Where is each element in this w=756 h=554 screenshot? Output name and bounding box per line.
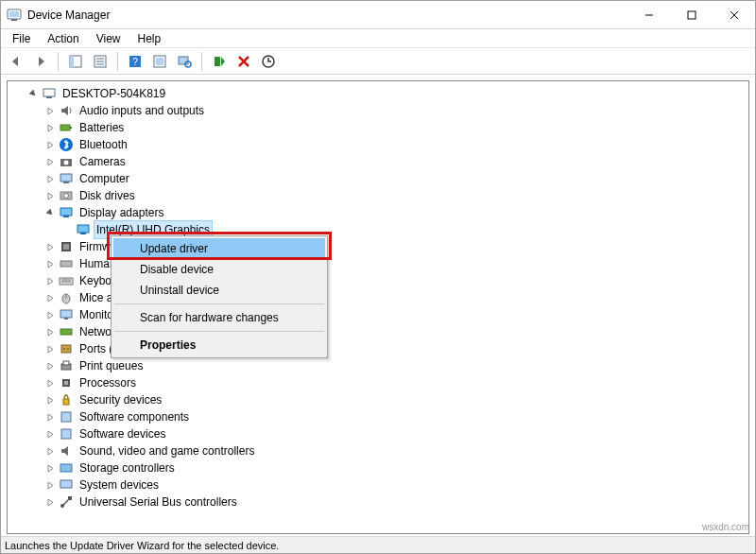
tree-item-label: Batteries bbox=[77, 119, 126, 136]
svg-rect-46 bbox=[60, 310, 72, 318]
expander-icon[interactable] bbox=[43, 104, 57, 117]
watermark: wsxdn.com bbox=[702, 522, 749, 532]
tree-item-label: Cameras bbox=[77, 153, 128, 170]
tree-item-label: Audio inputs and outputs bbox=[77, 102, 206, 119]
toolbar: ? bbox=[1, 48, 755, 75]
expander-icon[interactable] bbox=[43, 359, 57, 372]
svg-rect-56 bbox=[63, 399, 69, 405]
expander-icon[interactable] bbox=[43, 461, 57, 475]
ctx-disable-device[interactable]: Disable device bbox=[113, 259, 325, 280]
svg-rect-53 bbox=[63, 361, 69, 365]
svg-rect-59 bbox=[60, 464, 72, 472]
tree-item-computer[interactable]: Computer bbox=[9, 170, 747, 187]
expander-icon[interactable] bbox=[43, 325, 57, 338]
camera-icon bbox=[59, 154, 74, 169]
expander-icon[interactable] bbox=[43, 427, 57, 441]
software-icon bbox=[59, 426, 74, 441]
expander-icon[interactable] bbox=[43, 444, 57, 458]
tree-item-cameras[interactable]: Cameras bbox=[9, 153, 747, 170]
tree-item-display[interactable]: Display adapters bbox=[9, 204, 747, 221]
tree-item-label: Bluetooth bbox=[77, 136, 129, 153]
update-driver-button[interactable] bbox=[257, 50, 280, 73]
tree-item-batteries[interactable]: Batteries bbox=[9, 119, 747, 136]
expander-icon[interactable] bbox=[43, 308, 57, 321]
security-icon bbox=[59, 392, 74, 407]
expander-icon[interactable] bbox=[43, 257, 57, 270]
show-hide-tree-button[interactable] bbox=[64, 50, 87, 73]
tree-item-softcomp[interactable]: Software components bbox=[9, 408, 747, 425]
tree-item-label: Display adapters bbox=[77, 204, 165, 221]
svg-rect-4 bbox=[688, 11, 696, 19]
tree-item-security[interactable]: Security devices bbox=[9, 391, 747, 408]
tree-item-label: Disk drives bbox=[77, 187, 137, 204]
svg-rect-17 bbox=[179, 57, 188, 64]
tree-item-disk[interactable]: Disk drives bbox=[9, 187, 747, 204]
ctx-properties[interactable]: Properties bbox=[113, 335, 325, 355]
tree-item-printqueues[interactable]: Print queues bbox=[9, 357, 747, 374]
ctx-scan-hardware[interactable]: Scan for hardware changes bbox=[113, 307, 325, 328]
svg-rect-23 bbox=[43, 89, 55, 96]
expander-icon[interactable] bbox=[43, 138, 57, 151]
scan-hardware-button[interactable] bbox=[173, 50, 196, 73]
menu-view[interactable]: View bbox=[89, 30, 129, 47]
expander-icon[interactable] bbox=[43, 291, 57, 304]
svg-point-51 bbox=[67, 348, 69, 350]
expander-icon[interactable] bbox=[43, 495, 57, 509]
ctx-update-driver[interactable]: Update driver bbox=[113, 238, 325, 259]
properties-button[interactable] bbox=[89, 50, 112, 73]
menu-action[interactable]: Action bbox=[40, 30, 86, 47]
tree-item-bluetooth[interactable]: Bluetooth bbox=[9, 136, 747, 153]
ctx-separator bbox=[114, 303, 324, 304]
hid-icon bbox=[59, 256, 74, 271]
expander-icon[interactable] bbox=[43, 410, 57, 424]
maximize-button[interactable] bbox=[670, 1, 713, 29]
close-button[interactable] bbox=[713, 1, 755, 29]
tree-item-softdev[interactable]: Software devices bbox=[9, 425, 747, 442]
tree-item-processors[interactable]: Processors bbox=[9, 374, 747, 391]
tree-item-system[interactable]: System devices bbox=[9, 476, 747, 493]
expander-icon[interactable] bbox=[43, 342, 57, 355]
forward-button[interactable] bbox=[29, 50, 52, 73]
expander-icon[interactable] bbox=[43, 121, 57, 134]
svg-rect-25 bbox=[60, 125, 70, 130]
expander-icon[interactable] bbox=[43, 274, 57, 287]
tree-item-label: Print queues bbox=[77, 357, 145, 374]
svg-rect-26 bbox=[70, 127, 72, 129]
expander-icon[interactable] bbox=[43, 155, 57, 168]
tree-item-audio[interactable]: Audio inputs and outputs bbox=[9, 102, 747, 119]
back-button[interactable] bbox=[5, 50, 27, 73]
tree-item-sound[interactable]: Sound, video and game controllers bbox=[9, 442, 747, 459]
minimize-button[interactable] bbox=[627, 1, 670, 29]
menubar: File Action View Help bbox=[1, 29, 755, 48]
tree-item-storage[interactable]: Storage controllers bbox=[9, 459, 747, 476]
expander-icon[interactable] bbox=[43, 240, 57, 253]
help-button[interactable]: ? bbox=[124, 50, 146, 73]
ctx-separator bbox=[114, 331, 324, 332]
svg-rect-36 bbox=[77, 225, 89, 233]
bluetooth-icon bbox=[59, 137, 74, 152]
expander-icon[interactable] bbox=[43, 172, 57, 185]
context-menu: Update driver Disable device Uninstall d… bbox=[111, 235, 328, 358]
enable-device-button[interactable] bbox=[208, 50, 231, 73]
printer-icon bbox=[59, 358, 74, 373]
svg-rect-47 bbox=[64, 318, 68, 320]
expander-spacer bbox=[60, 223, 74, 236]
menu-help[interactable]: Help bbox=[130, 30, 169, 47]
expander-icon[interactable] bbox=[43, 206, 57, 219]
ctx-uninstall-device[interactable]: Uninstall device bbox=[113, 280, 325, 301]
disable-device-button[interactable] bbox=[232, 50, 255, 73]
tree-item-usb[interactable]: Universal Serial Bus controllers bbox=[9, 493, 747, 511]
expander-icon[interactable] bbox=[43, 393, 57, 407]
expander-icon[interactable] bbox=[43, 478, 57, 492]
expander-icon[interactable] bbox=[43, 376, 57, 390]
expander-icon[interactable] bbox=[26, 87, 40, 100]
tree-item-label: Universal Serial Bus controllers bbox=[77, 493, 239, 511]
tree-item-label: Security devices bbox=[77, 391, 163, 408]
tree-item-label: Software components bbox=[77, 408, 191, 425]
action-button[interactable] bbox=[148, 50, 171, 73]
expander-icon[interactable] bbox=[43, 189, 57, 202]
display-adapter-icon bbox=[59, 205, 74, 220]
tree-root[interactable]: DESKTOP-504K819 bbox=[9, 85, 747, 102]
svg-rect-34 bbox=[60, 208, 72, 216]
menu-file[interactable]: File bbox=[5, 30, 38, 47]
